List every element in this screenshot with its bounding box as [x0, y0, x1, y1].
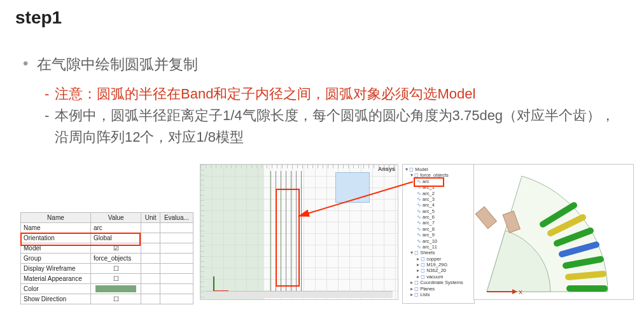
- tree-arc-item[interactable]: ∿ arc_1: [417, 184, 473, 190]
- prop-name-cell: Show Direction: [21, 294, 91, 304]
- sheet-icon: ◻: [421, 268, 425, 273]
- collapse-icon[interactable]: ▾: [410, 172, 413, 178]
- table-row[interactable]: OrientationGlobal: [21, 233, 193, 243]
- color-swatch[interactable]: [95, 285, 136, 292]
- expand-icon[interactable]: ▸: [410, 280, 413, 285]
- arc-icon: ∿: [417, 179, 421, 184]
- tree-arc-item[interactable]: ∿ arc_2: [417, 191, 473, 196]
- tree-arc-item[interactable]: ∿ arc_4: [417, 202, 473, 208]
- tree-sheets[interactable]: ▾ ◻ Sheets: [410, 250, 473, 255]
- prop-name-cell: Name: [21, 223, 91, 233]
- tree-arc-label: arc_3: [423, 196, 435, 202]
- model-view-panel[interactable]: Ansys: [200, 164, 398, 300]
- expand-icon[interactable]: ▸: [417, 274, 419, 280]
- arc-icon: ∿: [417, 220, 421, 226]
- sheet-icon: ◻: [421, 256, 425, 262]
- arc-icon: ∿: [417, 226, 421, 232]
- prop-value-cell[interactable]: ☐: [90, 274, 141, 284]
- arc-icon: ∿: [417, 184, 421, 190]
- model-view-toolbar[interactable]: [206, 291, 393, 298]
- tree-group[interactable]: ▾ ◻ force_objects: [410, 172, 473, 178]
- ansys-brand-label: Ansys: [378, 166, 395, 172]
- prop-unit-cell: [141, 294, 160, 304]
- table-row[interactable]: Groupforce_objects: [21, 254, 193, 264]
- table-row[interactable]: Namearc: [21, 223, 193, 233]
- prop-value-cell[interactable]: force_objects: [90, 254, 141, 264]
- tree-sheet-item[interactable]: ▸ ◻ copper: [417, 256, 473, 262]
- tree-arc-label: arc_2: [423, 191, 435, 196]
- prop-value-cell[interactable]: ☑: [90, 243, 141, 254]
- table-row[interactable]: Material Appearance☐: [21, 274, 193, 284]
- prop-value-cell[interactable]: [90, 284, 141, 294]
- prop-name-cell: Group: [21, 254, 91, 264]
- tree-sheet-label: copper: [426, 256, 441, 262]
- tree-arc-item[interactable]: ∿ arc_3: [417, 196, 473, 202]
- node-icon: ◻: [414, 292, 419, 297]
- prop-name-cell: Material Appearance: [21, 274, 91, 284]
- prop-value-cell[interactable]: arc: [90, 223, 141, 233]
- checkbox-icon[interactable]: ☐: [113, 275, 119, 282]
- tree-root-label: Model: [415, 166, 428, 172]
- prop-unit-cell: [141, 274, 160, 284]
- tree-arc-item[interactable]: ∿ arc_9: [417, 232, 473, 238]
- prop-unit-cell: [141, 254, 160, 264]
- prop-value-cell[interactable]: ☐: [90, 264, 141, 274]
- prop-header-unit: Unit: [141, 213, 160, 223]
- tree-arc-label: arc_6: [423, 214, 435, 220]
- table-row[interactable]: Color: [21, 284, 193, 294]
- prop-unit-cell: [141, 223, 160, 233]
- tree-root[interactable]: ▾ ◻ Model: [405, 166, 473, 172]
- bullet-block: 在气隙中绘制圆弧并复制 注意：圆弧的半径在Band和定子内径之间，圆弧对象必须勾…: [22, 55, 620, 148]
- tree-arc-item[interactable]: ∿ arc_5: [417, 208, 473, 214]
- collapse-icon[interactable]: ▾: [410, 250, 413, 255]
- prop-eval-cell: [160, 223, 193, 233]
- expand-icon[interactable]: ▸: [410, 292, 413, 297]
- tree-arc-item[interactable]: ∿ arc_10: [417, 238, 473, 244]
- table-row[interactable]: Model☑: [21, 243, 193, 254]
- prop-header-value: Value: [90, 213, 141, 223]
- tree-arc-label: arc: [423, 179, 429, 184]
- arc-icon: ∿: [417, 191, 421, 196]
- sheets-icon: ◻: [414, 250, 419, 255]
- prop-eval-cell: [160, 243, 193, 254]
- prop-name-cell: Orientation: [21, 233, 91, 243]
- tree-arc-label: arc_11: [423, 244, 437, 250]
- tree-other-item[interactable]: ▸ ◻ Coordinate Systems: [410, 280, 473, 285]
- sheet-icon: ◻: [421, 274, 425, 280]
- tree-sheet-item[interactable]: ▸ ◻ vacuum: [417, 274, 473, 280]
- prop-unit-cell: [141, 284, 160, 294]
- expand-icon[interactable]: ▸: [417, 262, 419, 268]
- collapse-icon[interactable]: ▾: [405, 166, 408, 172]
- prop-eval-cell: [160, 284, 193, 294]
- prop-value-cell[interactable]: Global: [90, 233, 141, 243]
- tree-other-label: Coordinate Systems: [420, 280, 463, 285]
- tree-arc-item[interactable]: ∿ arc_6: [417, 214, 473, 220]
- expand-icon[interactable]: ▸: [417, 268, 419, 273]
- tree-sheet-item[interactable]: ▸ ◻ N36Z_20: [417, 268, 473, 273]
- model-icon: ◻: [409, 166, 414, 172]
- model-tree-panel[interactable]: ▾ ◻ Model ▾ ◻ force_objects ∿ arc ∿ arc_…: [402, 164, 475, 304]
- right-model-panel[interactable]: X: [473, 164, 634, 300]
- tree-sheet-label: M19_29G: [426, 262, 447, 268]
- prop-name-cell: Color: [21, 284, 91, 294]
- tree-other-item[interactable]: ▸ ◻ Planes: [410, 286, 473, 292]
- tree-sheets-label: Sheets: [420, 250, 435, 255]
- arc-icon: ∿: [417, 208, 421, 214]
- tree-arc-item[interactable]: ∿ arc_7: [417, 220, 473, 226]
- checkbox-icon[interactable]: ☐: [113, 295, 119, 302]
- tree-sheet-item[interactable]: ▸ ◻ M19_29G: [417, 262, 473, 268]
- expand-icon[interactable]: ▸: [410, 286, 413, 292]
- arc-icon: ∿: [417, 214, 421, 220]
- table-row[interactable]: Display Wireframe☐: [21, 264, 193, 274]
- checkbox-icon[interactable]: ☑: [113, 245, 119, 252]
- table-row[interactable]: Show Direction☐: [21, 294, 193, 304]
- expand-icon[interactable]: ▸: [417, 256, 419, 262]
- tree-arc-item[interactable]: ∿ arc: [417, 179, 473, 184]
- tree-other-item[interactable]: ▸ ◻ Lists: [410, 292, 473, 297]
- bullet-main: 在气隙中绘制圆弧并复制: [22, 55, 620, 74]
- magnet-region: [335, 172, 370, 203]
- tree-arc-item[interactable]: ∿ arc_8: [417, 226, 473, 232]
- tree-arc-item[interactable]: ∿ arc_11: [417, 244, 473, 250]
- prop-value-cell[interactable]: ☐: [90, 294, 141, 304]
- checkbox-icon[interactable]: ☐: [113, 265, 119, 272]
